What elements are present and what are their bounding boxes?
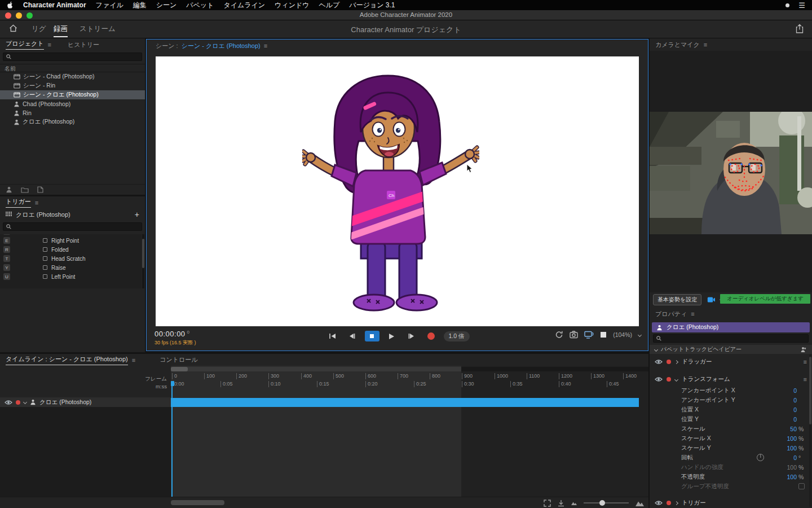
chevron-down-icon[interactable] xyxy=(23,400,27,404)
new-puppet-icon[interactable] xyxy=(6,186,12,193)
zoom-slider-knob[interactable] xyxy=(599,500,605,506)
next-frame-button[interactable] xyxy=(404,331,418,341)
project-item-puppet-rin[interactable]: Rin xyxy=(0,108,145,117)
rotation-dial-icon[interactable] xyxy=(757,454,764,461)
properties-title[interactable]: プロパティ xyxy=(655,310,687,318)
trigger-key[interactable]: W xyxy=(3,234,10,235)
param-anchor-y[interactable]: アンカーポイント Y0 xyxy=(650,395,812,405)
arm-record-dot[interactable] xyxy=(667,377,671,382)
trigger-key[interactable]: R xyxy=(3,246,10,253)
tab-history[interactable]: ヒストリー xyxy=(68,41,99,49)
fullscreen-icon[interactable] xyxy=(600,331,607,338)
behavior-dragger-row[interactable]: ドラッガー ≡ xyxy=(650,357,812,367)
playhead-line[interactable] xyxy=(171,381,173,497)
menu-help[interactable]: ヘルプ xyxy=(319,1,340,10)
transform-row-menu-icon[interactable]: ≡ xyxy=(804,376,807,383)
eye-icon[interactable] xyxy=(5,400,12,405)
record-button[interactable] xyxy=(423,331,438,341)
menu-window[interactable]: ウィンドウ xyxy=(275,1,309,10)
project-item-puppet-chad[interactable]: Chad (Photoshop) xyxy=(0,99,145,108)
menubar-app-name[interactable]: Character Animator xyxy=(23,1,86,9)
project-item-scene-chloe-selected[interactable]: シーン - クロエ (Photoshop) xyxy=(0,90,145,99)
trigger-row-raise[interactable]: Y Raise xyxy=(0,263,142,272)
project-panel-menu-icon[interactable]: ≡ xyxy=(48,41,51,48)
trigger-key[interactable]: T xyxy=(3,255,10,262)
dragger-row-menu-icon[interactable]: ≡ xyxy=(804,358,807,365)
eye-icon[interactable] xyxy=(655,359,663,365)
chevron-down-icon[interactable] xyxy=(674,377,678,381)
eye-icon[interactable] xyxy=(655,376,663,382)
new-folder-icon[interactable] xyxy=(21,187,29,193)
window-title-bar[interactable]: Adobe Character Animator 2020 xyxy=(0,10,812,20)
add-trigger-button[interactable]: + xyxy=(135,211,139,218)
timeline-horizontal-scrollbar[interactable] xyxy=(171,500,224,505)
trigger-row-folded[interactable]: R Folded xyxy=(0,245,142,254)
group-opacity-checkbox[interactable] xyxy=(798,483,805,489)
triggers-search-input[interactable] xyxy=(14,224,139,230)
tab-triggers[interactable]: トリガー xyxy=(6,198,31,208)
timeline-ruler-area[interactable]: 0 100 200 300 400 500 600 700 800 900 10… xyxy=(171,366,648,497)
behavior-transform-row[interactable]: トランスフォーム ≡ xyxy=(650,374,812,384)
zoom-level[interactable]: (104%) xyxy=(613,331,632,338)
scene-panel-menu-icon[interactable]: ≡ xyxy=(264,42,267,49)
camera-icon[interactable] xyxy=(707,296,716,303)
chevron-right-icon[interactable] xyxy=(674,501,678,505)
menubar-list-icon[interactable]: ☰ xyxy=(798,1,805,10)
project-search[interactable] xyxy=(3,52,142,61)
menu-timeline[interactable]: タイムライン xyxy=(223,1,265,10)
param-rotation[interactable]: 回転0° xyxy=(650,453,812,462)
puppet-chloe-artwork[interactable]: Ch xyxy=(302,75,479,312)
snap-playhead-icon[interactable] xyxy=(558,500,564,507)
project-name-header[interactable]: 名前 xyxy=(0,64,145,72)
properties-search-input[interactable] xyxy=(664,335,805,341)
menu-puppet[interactable]: パペット xyxy=(186,1,214,10)
arm-record-dot[interactable] xyxy=(16,400,20,405)
eye-icon[interactable] xyxy=(655,500,663,506)
param-scale-x[interactable]: スケール X100% xyxy=(650,433,812,443)
menu-file[interactable]: ファイル xyxy=(96,1,123,10)
triggers-search[interactable] xyxy=(3,222,142,231)
menu-edit[interactable]: 編集 xyxy=(133,1,147,10)
export-share-icon[interactable] xyxy=(795,24,804,34)
param-scale-y[interactable]: スケール Y100% xyxy=(650,443,812,453)
trigger-row-head-scratch[interactable]: T Head Scratch xyxy=(0,254,142,263)
new-scene-icon[interactable] xyxy=(37,186,43,193)
behavior-trigger-row[interactable]: トリガー xyxy=(650,498,812,508)
tab-project[interactable]: プロジェクト xyxy=(6,40,44,50)
behavior-badge-icon[interactable] xyxy=(800,347,807,353)
apple-icon[interactable] xyxy=(7,1,14,9)
project-item-scene-chad[interactable]: シーン - Chad (Photoshop) xyxy=(0,72,145,81)
scene-header-name[interactable]: シーン - クロエ (Photoshop) xyxy=(182,42,261,50)
properties-puppet-row[interactable]: クロエ (Photoshop) xyxy=(652,322,810,332)
puppet-track-bar[interactable] xyxy=(171,398,639,407)
behaviors-header[interactable]: パペットトラックビヘイビアー xyxy=(650,345,812,354)
zoom-out-icon[interactable] xyxy=(571,501,577,505)
timecode[interactable]: 00:00:000 xyxy=(155,330,190,338)
camera-mic-title[interactable]: カメラとマイク xyxy=(655,41,700,49)
trigger-row-left-point[interactable]: U Left Point xyxy=(0,272,142,281)
camera-panel-menu-icon[interactable]: ≡ xyxy=(704,41,707,48)
timeline-panel-menu-icon[interactable]: ≡ xyxy=(132,357,135,364)
properties-scrollbar[interactable] xyxy=(809,354,811,507)
scene-canvas[interactable]: Ch xyxy=(156,56,639,326)
chevron-right-icon[interactable] xyxy=(674,360,678,364)
triggers-panel-menu-icon[interactable]: ≡ xyxy=(35,199,38,206)
properties-panel-menu-icon[interactable]: ≡ xyxy=(691,310,694,317)
stop-button[interactable] xyxy=(364,331,379,341)
arm-record-dot[interactable] xyxy=(667,501,671,505)
timeline-track-header[interactable]: クロエ (Photoshop) xyxy=(0,397,171,407)
set-rest-pose-button[interactable]: 基本姿勢を設定 xyxy=(653,294,701,305)
timeline-navigator-bar[interactable] xyxy=(171,367,648,371)
trigger-row-right-point[interactable]: E Right Point xyxy=(0,236,142,245)
properties-search[interactable] xyxy=(653,334,809,343)
triggers-scrollbar[interactable] xyxy=(142,234,144,288)
trigger-key[interactable]: U xyxy=(3,273,10,280)
param-position-x[interactable]: 位置 X0 xyxy=(650,405,812,414)
trigger-key[interactable]: Y xyxy=(3,264,10,271)
play-button[interactable] xyxy=(384,331,399,341)
param-position-y[interactable]: 位置 Y0 xyxy=(650,414,812,424)
previous-frame-button[interactable] xyxy=(345,331,359,341)
param-anchor-x[interactable]: アンカーポイント X0 xyxy=(650,386,812,395)
trigger-key[interactable]: E xyxy=(3,237,10,244)
project-item-scene-rin[interactable]: シーン - Rin xyxy=(0,81,145,90)
